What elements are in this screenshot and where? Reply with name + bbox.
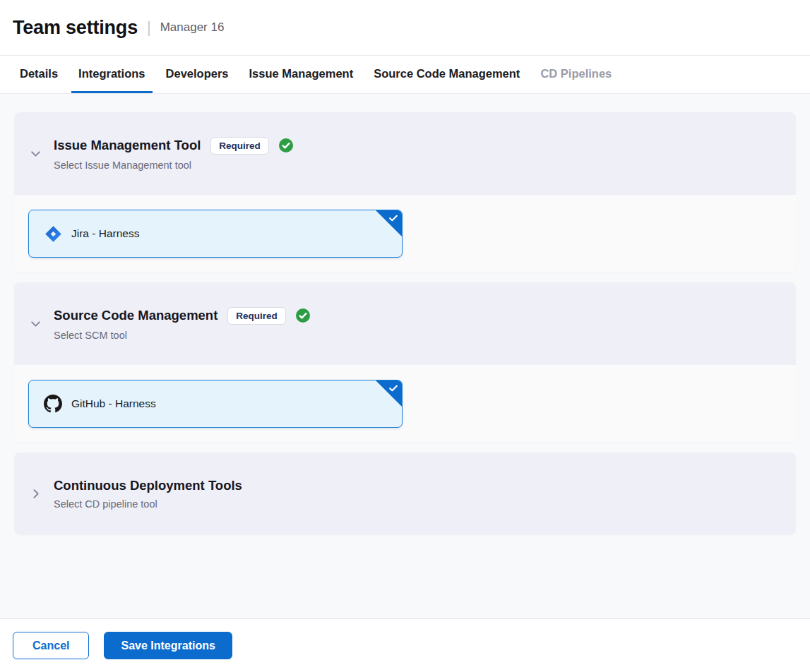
green-check-circle-icon [296, 308, 310, 323]
integrations-panel: Issue Management Tool Required Select Is… [0, 94, 810, 618]
source-code-management-section-header[interactable]: Source Code Management Required Select S… [14, 282, 796, 365]
section-title: Continuous Deployment Tools [54, 478, 242, 493]
footer-action-bar: Cancel Save Integrations [0, 618, 810, 672]
cancel-button[interactable]: Cancel [13, 632, 89, 659]
chevron-down-icon[interactable] [28, 317, 42, 331]
section-titles: Source Code Management Required Select S… [54, 307, 310, 341]
tab-integrations[interactable]: Integrations [71, 56, 152, 93]
required-badge: Required [210, 137, 269, 155]
tool-card-label: GitHub - Harness [71, 397, 156, 410]
section-title: Source Code Management [54, 308, 218, 323]
tab-details[interactable]: Details [13, 56, 65, 93]
tab-source-code-management[interactable]: Source Code Management [367, 56, 527, 93]
section-subtitle: Select CD pipeline tool [54, 498, 242, 510]
source-code-management-options: GitHub - Harness [14, 365, 796, 443]
tool-card-label: Jira - Harness [71, 227, 139, 240]
tab-issue-management[interactable]: Issue Management [242, 56, 361, 93]
required-badge: Required [227, 307, 286, 325]
settings-tab-bar: Details Integrations Developers Issue Ma… [0, 56, 810, 94]
continuous-deployment-section-header[interactable]: Continuous Deployment Tools Select CD pi… [14, 452, 796, 534]
github-logo-icon [44, 395, 62, 413]
continuous-deployment-section: Continuous Deployment Tools Select CD pi… [14, 452, 796, 534]
section-titles: Continuous Deployment Tools Select CD pi… [54, 478, 242, 510]
team-name-label: Manager 16 [160, 20, 225, 35]
section-subtitle: Select Issue Management tool [54, 160, 293, 171]
section-subtitle: Select SCM tool [54, 330, 310, 341]
team-settings-page: Team settings | Manager 16 Details Integ… [0, 0, 810, 672]
jira-harness-card[interactable]: Jira - Harness [28, 210, 403, 258]
chevron-right-icon[interactable] [28, 486, 42, 500]
issue-management-section-header[interactable]: Issue Management Tool Required Select Is… [14, 112, 796, 195]
corner-checkmark-icon [388, 212, 399, 224]
tab-developers[interactable]: Developers [159, 56, 236, 93]
title-separator: | [147, 18, 151, 37]
jira-logo-icon [44, 224, 62, 243]
save-integrations-button[interactable]: Save Integrations [104, 632, 232, 659]
corner-checkmark-icon [388, 383, 399, 394]
issue-management-section: Issue Management Tool Required Select Is… [14, 112, 796, 272]
section-title: Issue Management Tool [54, 138, 201, 153]
green-check-circle-icon [279, 138, 293, 152]
github-harness-card[interactable]: GitHub - Harness [28, 380, 403, 428]
section-titles: Issue Management Tool Required Select Is… [54, 137, 293, 171]
page-header: Team settings | Manager 16 [0, 0, 810, 56]
tab-cd-pipelines: CD Pipelines [533, 56, 619, 93]
issue-management-options: Jira - Harness [14, 195, 796, 272]
source-code-management-section: Source Code Management Required Select S… [14, 282, 796, 443]
chevron-down-icon[interactable] [28, 147, 42, 161]
page-title: Team settings [13, 17, 138, 39]
